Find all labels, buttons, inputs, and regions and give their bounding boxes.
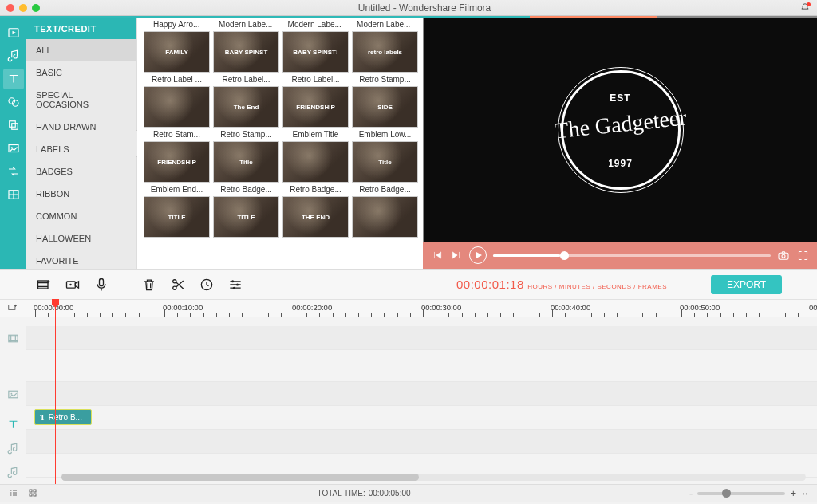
svg-point-24	[10, 392, 12, 394]
elements-icon[interactable]	[3, 138, 24, 159]
svg-rect-5	[11, 124, 18, 130]
asset-caption: Retro Label...	[213, 75, 279, 84]
zoom-slider[interactable]	[697, 492, 785, 495]
view-grid-icon[interactable]	[27, 488, 38, 499]
split-screen-icon[interactable]	[3, 184, 24, 205]
titlebar: Untitled - Wondershare Filmora	[0, 0, 817, 16]
asset-caption: Modern Labe...	[351, 20, 417, 29]
overlays-icon[interactable]	[3, 115, 24, 136]
asset-thumbnail[interactable]: BABY SPINST!	[282, 31, 349, 73]
fullscreen-window-button[interactable]	[32, 4, 40, 12]
asset-caption: Modern Labe...	[213, 20, 279, 29]
skip-end-icon[interactable]	[450, 249, 463, 262]
voiceover-icon[interactable]	[93, 276, 110, 293]
svg-rect-4	[9, 121, 15, 128]
category-item[interactable]: LABELS	[26, 138, 136, 160]
timecode-label: HOURS / MINUTES / SECONDS / FRAMES	[527, 283, 667, 290]
svg-rect-22	[8, 335, 17, 342]
text-credit-icon[interactable]	[3, 69, 24, 89]
video-track-icon[interactable]	[0, 326, 26, 350]
ruler-label: 00:00:20:00	[292, 303, 332, 312]
svg-rect-26	[34, 490, 36, 492]
svg-rect-25	[30, 490, 32, 492]
ruler-label: 00:00:40:00	[551, 303, 590, 312]
asset-thumbnail[interactable]: retro labels	[352, 31, 418, 73]
media-library-icon[interactable]	[3, 22, 24, 43]
timeline-ruler[interactable]: 00:00:00:0000:00:10:0000:00:20:0000:00:3…	[0, 299, 817, 317]
category-item[interactable]: BASIC	[26, 61, 136, 84]
skip-start-icon[interactable]	[431, 249, 444, 262]
split-clip-icon[interactable]	[169, 276, 187, 293]
filters-icon[interactable]	[3, 92, 24, 112]
category-item[interactable]: SPECIAL OCCASIONS	[26, 84, 136, 116]
asset-caption: Emblem Title	[282, 130, 349, 139]
audio-track-1-icon[interactable]	[0, 436, 26, 460]
category-item[interactable]: BADGES	[26, 160, 136, 183]
transitions-icon[interactable]	[3, 161, 24, 182]
asset-thumbnail[interactable]: FRIENDSHIP	[144, 141, 210, 183]
add-marker-icon[interactable]	[6, 302, 19, 315]
minimize-window-button[interactable]	[19, 4, 27, 12]
asset-thumbnail[interactable]: FRIENDSHIP	[282, 86, 349, 128]
asset-thumbnail[interactable]: TITLE	[213, 196, 279, 238]
delete-icon[interactable]	[140, 276, 158, 293]
fullscreen-icon[interactable]	[796, 249, 809, 262]
player-controls	[423, 242, 817, 269]
horizontal-scrollbar[interactable]	[61, 474, 806, 481]
svg-point-20	[233, 286, 235, 289]
badge-top-text: EST	[553, 93, 689, 104]
text-track-icon[interactable]	[0, 412, 26, 436]
category-heading: TEXT/CREDIT	[26, 18, 136, 39]
zoom-in-button[interactable]: +	[790, 487, 796, 499]
snapshot-icon[interactable]	[777, 249, 790, 262]
asset-caption: Retro Label...	[282, 75, 349, 84]
asset-thumbnail[interactable]: THE END	[282, 196, 349, 238]
asset-thumbnail[interactable]: Title	[352, 141, 418, 183]
asset-thumbnail[interactable]	[352, 196, 418, 238]
svg-rect-27	[30, 494, 32, 496]
add-media-icon[interactable]	[35, 276, 53, 293]
notification-bell-icon[interactable]	[799, 2, 811, 14]
music-icon[interactable]	[3, 45, 24, 66]
asset-thumbnail[interactable]: Title	[213, 141, 279, 183]
timeline-tracks: T Retro B...	[0, 317, 817, 484]
asset-caption: Retro Badge...	[352, 185, 418, 194]
category-item[interactable]: HAND DRAWN	[26, 116, 136, 138]
asset-thumbnail[interactable]: FAMILY	[144, 31, 210, 73]
asset-thumbnail[interactable]: The End	[213, 86, 279, 128]
close-window-button[interactable]	[6, 4, 14, 12]
track-body[interactable]: T Retro B...	[26, 317, 817, 484]
zoom-control: - + ↔	[689, 487, 809, 499]
play-button[interactable]	[469, 246, 487, 264]
category-item[interactable]: RIBBON	[26, 183, 136, 205]
export-button[interactable]: EXPORT	[711, 275, 782, 294]
view-list-icon[interactable]	[8, 488, 19, 499]
zoom-out-button[interactable]: -	[689, 487, 693, 499]
category-item[interactable]: COMMON	[26, 205, 136, 227]
progress-track[interactable]	[493, 254, 771, 257]
asset-thumbnail[interactable]: BABY SPINST	[213, 31, 279, 73]
clock-icon[interactable]	[198, 276, 215, 293]
asset-thumbnail[interactable]: TITLE	[144, 196, 210, 238]
asset-thumbnail[interactable]	[282, 141, 349, 183]
pip-track-icon[interactable]	[0, 382, 26, 406]
asset-thumbnail[interactable]	[144, 86, 210, 128]
asset-caption: Retro Badge...	[282, 185, 349, 194]
settings-sliders-icon[interactable]	[227, 276, 244, 293]
asset-thumbnail[interactable]: SIDE	[352, 86, 418, 128]
svg-rect-9	[779, 253, 788, 259]
audio-track-2-icon[interactable]	[0, 460, 26, 484]
status-bar: TOTAL TIME: 00:00:05:00 - + ↔	[0, 484, 817, 502]
playhead[interactable]	[55, 299, 56, 484]
svg-rect-14	[100, 278, 104, 285]
svg-rect-21	[9, 305, 15, 310]
svg-point-7	[10, 147, 12, 148]
record-icon[interactable]	[64, 276, 81, 293]
category-item[interactable]: FAVORITE	[26, 250, 136, 269]
category-item[interactable]: ALL	[26, 39, 136, 61]
timeline-clip[interactable]: T Retro B...	[34, 409, 92, 425]
zoom-fit-icon[interactable]: ↔	[801, 489, 809, 498]
category-item[interactable]: HALLOWEEN	[26, 227, 136, 250]
clip-type-icon: T	[40, 413, 45, 422]
svg-point-10	[782, 254, 785, 258]
